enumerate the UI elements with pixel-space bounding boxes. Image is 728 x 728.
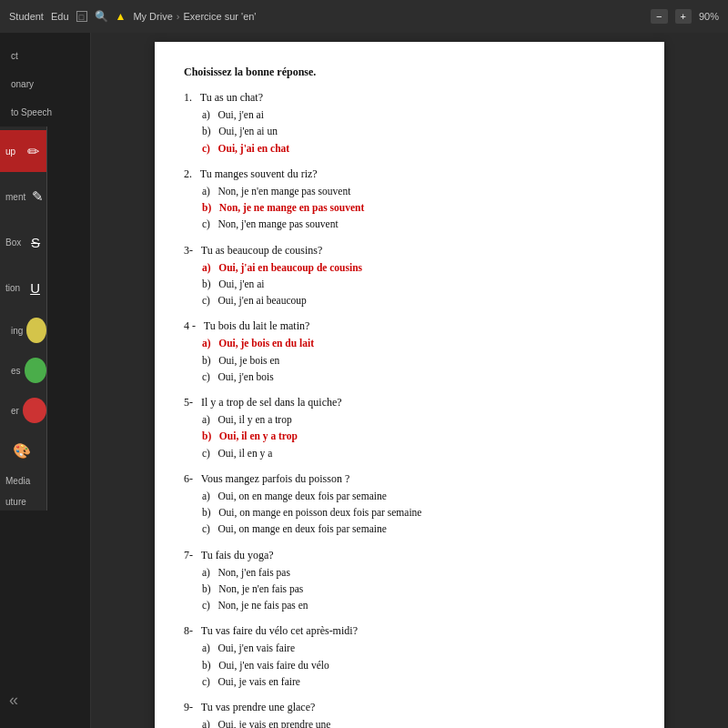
browser-bar: Student Edu □ 🔍 ▲ My Drive › Exercice su… xyxy=(0,0,728,33)
doc-page: Choisissez la bonne réponse. 1. Tu as un… xyxy=(155,42,664,728)
answer-list-1: a) Oui, j'en ai b) Oui, j'en ai un c) Ou… xyxy=(202,107,635,157)
answer-list-6: a) Oui, on en mange deux fois par semain… xyxy=(202,489,635,538)
underline-tool-button[interactable]: U xyxy=(24,270,46,305)
tool-label-es: es xyxy=(11,366,21,376)
tool-group-ment: ment ✎ xyxy=(0,176,46,217)
palette-button[interactable]: 🎨 xyxy=(9,438,35,463)
main-area: ct onary to Speech up ✏ ment ✎ Box S tio… xyxy=(0,33,728,728)
answer-5c: c) Oui, il en y a xyxy=(202,446,635,461)
answer-list-8: a) Oui, j'en vais faire b) Oui, j'en vai… xyxy=(202,641,635,690)
answer-1a: a) Oui, j'en ai xyxy=(202,107,635,123)
edit-tool-button[interactable]: ✎ xyxy=(29,179,46,214)
tool-group-palette: 🎨 xyxy=(0,432,46,469)
answer-4b: b) Oui, je bois en xyxy=(202,353,635,369)
question-7: 7- Tu fais du yoga? a) Non, j'en fais pa… xyxy=(184,547,635,614)
tool-label-ing: ing xyxy=(11,326,23,336)
doc-area: Choisissez la bonne réponse. 1. Tu as un… xyxy=(91,33,728,728)
question-4: 4 - Tu bois du lait le matin? a) Oui, je… xyxy=(184,318,635,385)
tool-label-up: up xyxy=(5,147,15,157)
answer-5b: b) Oui, il en y a trop xyxy=(202,429,635,444)
sidebar-label-ct: ct xyxy=(11,51,18,61)
tool-group-tion: tion U xyxy=(0,267,46,308)
answer-7c: c) Non, je ne fais pas en xyxy=(202,598,635,613)
tool-label-uture: uture xyxy=(5,497,26,507)
question-5-text: 5- Il y a trop de sel dans la quiche? xyxy=(184,394,635,410)
answer-2a: a) Non, je n'en mange pas souvent xyxy=(202,184,635,199)
question-7-text: 7- Tu fais du yoga? xyxy=(184,547,635,563)
tool-group-er: er xyxy=(0,392,46,429)
tool-group-media: Media xyxy=(0,472,46,490)
answer-list-3: a) Oui, j'ai en beaucoup de cousins b) O… xyxy=(202,260,635,309)
sidebar-label-speech: to Speech xyxy=(11,107,52,117)
search-icon: 🔍 xyxy=(95,10,108,23)
answer-6b: b) Oui, on mange en poisson deux fois pa… xyxy=(202,505,635,521)
tool-label-media: Media xyxy=(5,476,30,486)
sidebar: ct onary to Speech up ✏ ment ✎ Box S tio… xyxy=(0,33,91,728)
question-3: 3- Tu as beaucoup de cousins? a) Oui, j'… xyxy=(184,242,635,309)
sidebar-item-speech[interactable]: to Speech xyxy=(0,98,90,126)
question-4-text: 4 - Tu bois du lait le matin? xyxy=(184,318,635,334)
tab-edu[interactable]: Edu xyxy=(51,11,69,22)
browser-bar-right: − + 90% xyxy=(651,9,719,24)
answer-list-4: a) Oui, je bois en du lait b) Oui, je bo… xyxy=(202,336,635,385)
zoom-level: 90% xyxy=(699,11,719,22)
tool-label-tion: tion xyxy=(5,283,20,293)
question-9: 9- Tu vas prendre une glace? a) Oui, je … xyxy=(184,699,635,728)
answer-list-2: a) Non, je n'en mange pas souvent b) Non… xyxy=(202,184,635,233)
answer-list-9: a) Oui, je vais en prendre une b) Oui, j… xyxy=(202,717,635,728)
breadcrumb-sep: › xyxy=(177,11,180,22)
answer-7b: b) Non, je n'en fais pas xyxy=(202,581,635,597)
question-5: 5- Il y a trop de sel dans la quiche? a)… xyxy=(184,394,635,461)
question-1-text: 1. Tu as un chat? xyxy=(184,89,635,106)
answer-6a: a) Oui, on en mange deux fois par semain… xyxy=(202,489,635,504)
color-circle-green[interactable] xyxy=(25,358,46,383)
question-1: 1. Tu as un chat? a) Oui, j'en ai b) Oui… xyxy=(184,89,635,157)
question-3-text: 3- Tu as beaucoup de cousins? xyxy=(184,242,635,258)
tool-label-ment: ment xyxy=(5,192,25,202)
answer-9a: a) Oui, je vais en prendre une xyxy=(202,717,635,728)
answer-1c: c) Oui, j'ai en chat xyxy=(202,141,635,157)
tool-label-er: er xyxy=(11,406,19,416)
answer-list-7: a) Non, j'en fais pas b) Non, je n'en fa… xyxy=(202,565,635,614)
doc-title: Choisissez la bonne réponse. xyxy=(184,64,635,80)
sidebar-item-ct[interactable]: ct xyxy=(0,42,90,70)
tab-student[interactable]: Student xyxy=(9,11,44,22)
strikethrough-tool-button[interactable]: S xyxy=(25,225,46,259)
sidebar-collapse-button[interactable]: « xyxy=(9,691,18,710)
answer-3b: b) Oui, j'en ai xyxy=(202,277,635,292)
sidebar-label-onary: onary xyxy=(11,79,34,89)
tool-group-es: es xyxy=(0,352,46,389)
answer-2c: c) Non, j'en mange pas souvent xyxy=(202,217,635,232)
question-2-text: 2. Tu manges souvent du riz? xyxy=(184,166,635,182)
answer-3c: c) Oui, j'en ai beaucoup xyxy=(202,293,635,308)
tool-label-box: Box xyxy=(5,238,21,248)
breadcrumb-page: Exercice sur 'en' xyxy=(183,11,256,22)
answer-1b: b) Oui, j'en ai un xyxy=(202,124,635,139)
question-6: 6- Vous mangez parfois du poisson ? a) O… xyxy=(184,470,635,538)
zoom-plus-button[interactable]: + xyxy=(675,9,692,24)
answer-7a: a) Non, j'en fais pas xyxy=(202,565,635,581)
answer-6c: c) Oui, on mange en deux fois par semain… xyxy=(202,521,635,537)
answer-3a: a) Oui, j'ai en beaucoup de cousins xyxy=(202,260,635,276)
tool-group-box: Box S xyxy=(0,221,46,263)
question-8: 8- Tu vas faire du vélo cet après-midi? … xyxy=(184,622,635,690)
answer-2b: b) Non, je ne mange en pas souvent xyxy=(202,200,635,216)
browser-bar-left: Student Edu □ 🔍 ▲ My Drive › Exercice su… xyxy=(9,10,643,23)
tab-icon: □ xyxy=(76,11,87,22)
question-6-text: 6- Vous mangez parfois du poisson ? xyxy=(184,470,635,487)
question-9-text: 9- Tu vas prendre une glace? xyxy=(184,699,635,715)
answer-list-5: a) Oui, il y en a trop b) Oui, il en y a… xyxy=(202,412,635,461)
tool-group-uture: uture xyxy=(0,493,46,511)
tool-group-ing: ing xyxy=(0,312,46,349)
pencil-tool-button[interactable]: ✏ xyxy=(19,134,46,168)
answer-8c: c) Oui, je vais en faire xyxy=(202,674,635,690)
answer-4a: a) Oui, je bois en du lait xyxy=(202,336,635,351)
zoom-minus-button[interactable]: − xyxy=(651,9,667,24)
color-circle-red[interactable] xyxy=(23,398,46,423)
tool-group-up: up ✏ xyxy=(0,130,46,172)
breadcrumb-drive[interactable]: My Drive xyxy=(133,11,172,22)
sidebar-item-onary[interactable]: onary xyxy=(0,70,90,98)
color-circle-yellow[interactable] xyxy=(26,318,46,343)
drive-icon: ▲ xyxy=(116,10,126,23)
question-8-text: 8- Tu vas faire du vélo cet après-midi? xyxy=(184,622,635,639)
